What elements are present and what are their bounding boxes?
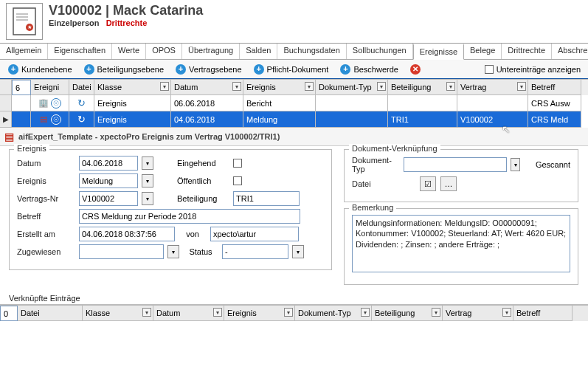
col-datum[interactable]: Datum▾ (153, 306, 224, 321)
untereintraege-checkbox[interactable] (485, 65, 494, 74)
untereintraege-label: Untereinträge anzeigen (497, 65, 581, 74)
datei-label: Datei (352, 179, 415, 188)
row-handle[interactable] (0, 95, 12, 111)
tab-allgemein[interactable]: Allgemein (0, 44, 48, 59)
tab-uebertragung[interactable]: Übertragung (182, 44, 240, 59)
vertragsnr-dropdown-button[interactable]: ▾ (142, 192, 153, 205)
col-doktyp[interactable]: Dokument-Typ▾ (316, 80, 388, 95)
label: Pflicht-Dokument (267, 65, 329, 74)
col-doktyp[interactable]: Dokument-Typ▾ (295, 306, 372, 321)
delete-button[interactable]: ✕ (405, 62, 426, 77)
doktyp-dropdown-button[interactable]: ▾ (511, 158, 519, 171)
oeffentlich-checkbox[interactable] (233, 176, 242, 185)
linked-grid-header: 0 Datei Klasse▾ Datum▾ Ereignis▾ Dokumen… (0, 305, 588, 321)
status-dropdown-button[interactable]: ▾ (292, 245, 304, 258)
col-klasse[interactable]: Klasse▾ (94, 80, 171, 95)
chevron-down-icon[interactable]: ▾ (232, 82, 241, 91)
bemerkung-text[interactable]: Meldungsinformationen: MeldungsID: O0000… (352, 215, 570, 272)
gescannt-label: Gescannt (536, 160, 570, 169)
tab-belege[interactable]: Belege (464, 44, 502, 59)
col-datum[interactable]: Datum▾ (171, 80, 243, 95)
beteiligung-input[interactable] (233, 191, 300, 206)
legend: Bemerkung (349, 203, 396, 212)
tab-ereignisse[interactable]: Ereignisse (413, 44, 464, 60)
col-count[interactable]: 6 (12, 80, 31, 95)
linked-entries-title: Verknüpfte Einträge (0, 285, 588, 304)
col-ereignis[interactable]: Ereignis▾ (243, 80, 316, 95)
chevron-down-icon[interactable]: ▾ (142, 308, 151, 317)
chevron-down-icon[interactable]: ▾ (432, 308, 440, 317)
doktyp-input[interactable] (404, 157, 507, 172)
chevron-down-icon[interactable]: ▾ (377, 82, 386, 91)
plus-icon: + (8, 64, 18, 75)
tab-drittrechte[interactable]: Drittrechte (502, 44, 552, 59)
current-row-icon: ▶ (3, 115, 9, 123)
ereignis-label: Ereignis (17, 176, 75, 185)
row-handle[interactable]: ▶ (0, 111, 12, 128)
col-datei[interactable]: Datei (69, 80, 94, 95)
beteiligung-label: Beteiligung (177, 194, 229, 203)
table-row[interactable]: 🏢 ☉ ↻ Ereignis 06.06.2018 Bericht CRS Au… (0, 95, 588, 111)
plus-icon: + (340, 64, 350, 75)
plus-icon: + (176, 64, 186, 75)
erstellt-input[interactable] (79, 227, 175, 241)
zugewiesen-dropdown-button[interactable]: ▾ (167, 245, 179, 258)
add-vertragsebene-button[interactable]: +Vertragsebene (170, 62, 247, 77)
erstellt-label: Erstellt am (17, 230, 75, 238)
datum-label: Datum (17, 159, 75, 168)
chevron-down-icon[interactable]: ▾ (305, 82, 314, 91)
col-ereignis[interactable]: Ereignis▾ (224, 306, 295, 321)
ereignis-input[interactable] (79, 173, 138, 188)
svg-rect-0 (13, 8, 35, 35)
plus-icon: + (84, 64, 94, 75)
date-picker-button[interactable]: ▾ (142, 156, 153, 170)
datum-input[interactable] (79, 156, 138, 171)
tab-salden[interactable]: Salden (240, 44, 277, 59)
ereignis-dropdown-button[interactable]: ▾ (142, 174, 153, 188)
chevron-down-icon[interactable]: ▾ (284, 308, 293, 317)
vertragsnr-input[interactable] (79, 191, 138, 206)
tab-opos[interactable]: OPOS (146, 44, 182, 59)
von-input[interactable] (210, 227, 299, 241)
col-vertrag[interactable]: Vertrag▾ (443, 306, 513, 321)
col-vertrag[interactable]: Vertrag▾ (457, 80, 528, 95)
col-klasse[interactable]: Klasse▾ (83, 306, 153, 321)
page-title: V100002 | Mack Catarina (49, 3, 588, 18)
record-header: V100002 | Mack Catarina Einzelperson Dri… (0, 0, 588, 44)
rights-label: Drittrechte (106, 18, 148, 27)
betreff-input[interactable] (79, 209, 300, 224)
person-type: Einzelperson (49, 18, 99, 27)
chevron-down-icon[interactable]: ▾ (502, 308, 511, 317)
tab-abschreibungen[interactable]: Abschreibungen (552, 44, 588, 59)
col-beteiligung[interactable]: Beteiligung▾ (388, 80, 457, 95)
chevron-down-icon[interactable]: ▾ (446, 82, 455, 91)
chevron-down-icon[interactable]: ▾ (361, 308, 370, 317)
refresh-icon: ↻ (77, 98, 87, 109)
col-ereigni[interactable]: Ereigni (31, 80, 69, 95)
status-label: Status (184, 247, 218, 256)
tab-eigenschaften[interactable]: Eigenschaften (48, 44, 112, 59)
chevron-down-icon[interactable]: ▾ (160, 82, 169, 91)
add-pflicht-dokument-button[interactable]: +Pflicht-Dokument (249, 62, 334, 77)
zugewiesen-label: Zugewiesen (17, 247, 75, 256)
linked-count[interactable]: 0 (0, 306, 18, 321)
open-file-button[interactable]: ☑ (420, 176, 436, 191)
tab-sollbuchungen[interactable]: Sollbuchungen (347, 44, 413, 59)
col-datei[interactable]: Datei (18, 306, 83, 321)
col-betreff[interactable]: Betreff (513, 306, 573, 321)
detail-group-title: ▤ aifExpert_Template - xpectoPro Ereigni… (0, 128, 588, 146)
add-kundenebene-button[interactable]: +Kundenebene (3, 62, 77, 77)
col-betreff[interactable]: Betreff (528, 80, 581, 95)
chevron-down-icon[interactable]: ▾ (517, 82, 526, 91)
table-row[interactable]: ▶ ▤ ☉ ↻ Ereignis 04.06.2018 Meldung TRI1… (0, 111, 588, 128)
add-beteiligungsebene-button[interactable]: +Beteiligungsebene (79, 62, 170, 77)
eingehend-checkbox[interactable] (233, 159, 242, 168)
status-input[interactable] (222, 244, 288, 259)
browse-file-button[interactable]: … (440, 176, 457, 191)
zugewiesen-input[interactable] (79, 244, 164, 259)
col-beteiligung[interactable]: Beteiligung▾ (372, 306, 443, 321)
add-beschwerde-button[interactable]: +Beschwerde (335, 62, 404, 77)
tab-werte[interactable]: Werte (112, 44, 146, 59)
chevron-down-icon[interactable]: ▾ (213, 308, 222, 317)
tab-buchungsdaten[interactable]: Buchungsdaten (277, 44, 346, 59)
